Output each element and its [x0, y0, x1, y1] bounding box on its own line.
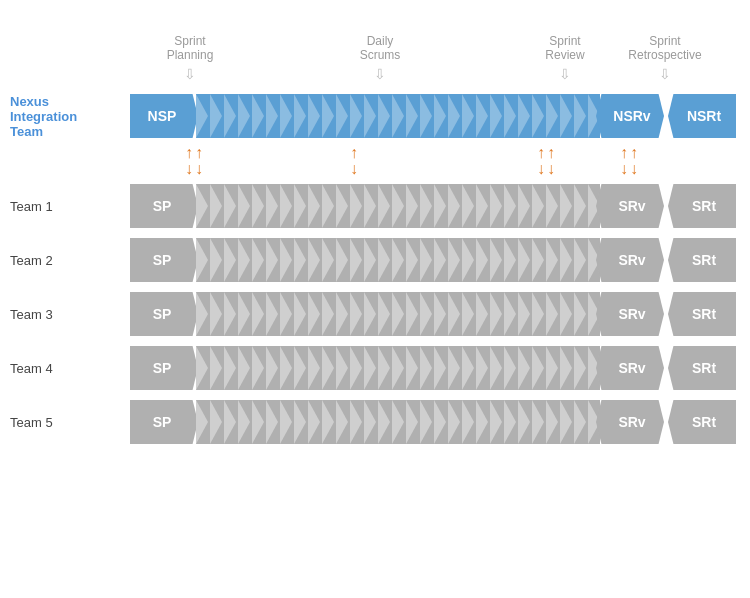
chevron	[252, 346, 264, 390]
chevron	[350, 184, 362, 228]
chevron	[490, 346, 502, 390]
srv-shape-2: SRv	[596, 238, 664, 282]
arrow-updown-1a: ↑ ↓	[185, 145, 193, 177]
sprint-planning-label: Sprint Planning	[167, 34, 214, 62]
team-1-shapes: SP SRv SRt	[130, 180, 740, 232]
chevron	[420, 238, 432, 282]
srt-shape-4: SRt	[668, 346, 736, 390]
header-daily-scrums: Daily Scrums ⇩	[280, 34, 480, 82]
srv-shape-3: SRv	[596, 292, 664, 336]
chevron	[294, 400, 306, 444]
chevron	[322, 238, 334, 282]
chevron	[462, 238, 474, 282]
chevron	[532, 238, 544, 282]
chevron	[532, 346, 544, 390]
chevron	[196, 94, 208, 138]
chevron	[336, 238, 348, 282]
middle-shape-4	[196, 346, 600, 390]
team-label-1: Team 1	[0, 199, 130, 214]
srt-shape-1: SRt	[668, 184, 736, 228]
chevron	[378, 400, 390, 444]
chevron	[462, 94, 474, 138]
chevron	[210, 400, 222, 444]
chevron	[420, 184, 432, 228]
nsrt-label: NSRt	[687, 108, 721, 124]
chevron	[308, 400, 320, 444]
daily-scrums-arrow: ⇩	[374, 66, 386, 82]
chevron	[364, 238, 376, 282]
chevron	[280, 94, 292, 138]
sp-shape-5: SP	[130, 400, 198, 444]
team-label-5: Team 5	[0, 415, 130, 430]
chevron	[574, 346, 586, 390]
team-4-shapes: SP SRv SRt	[130, 342, 740, 394]
chevron	[252, 184, 264, 228]
chevron	[364, 400, 376, 444]
header-sprint-retro: Sprint Retrospective ⇩	[620, 34, 710, 82]
chevron	[434, 400, 446, 444]
daily-scrums-label: Daily Scrums	[360, 34, 401, 62]
team-label-2: Team 2	[0, 253, 130, 268]
team-row-5: Team 5 SP SRv SRt	[0, 396, 740, 448]
header-sprint-review: Sprint Review ⇩	[520, 34, 610, 82]
chevron	[392, 292, 404, 336]
chevron	[574, 292, 586, 336]
chevron	[196, 238, 208, 282]
chevron	[420, 94, 432, 138]
chevron	[210, 346, 222, 390]
chevron	[238, 400, 250, 444]
chevron	[294, 184, 306, 228]
chevron	[532, 94, 544, 138]
chevron	[364, 292, 376, 336]
srv-shape-5: SRv	[596, 400, 664, 444]
chevron	[294, 292, 306, 336]
chevron-pattern-3	[196, 292, 600, 336]
chevron	[476, 238, 488, 282]
sprint-review-label: Sprint Review	[545, 34, 584, 62]
header-row: Sprint Planning ⇩ Daily Scrums ⇩ Sprint …	[0, 10, 740, 90]
nit-label-line1: Nexus	[10, 94, 130, 109]
nit-label-line3: Team	[10, 124, 130, 139]
chevron	[378, 292, 390, 336]
chevron	[560, 346, 572, 390]
chevron	[574, 94, 586, 138]
sprint-review-arrow: ⇩	[559, 66, 571, 82]
nsrv-label: NSRv	[613, 108, 650, 124]
chevron	[252, 400, 264, 444]
chevron	[574, 400, 586, 444]
chevron	[322, 346, 334, 390]
sprint-retro-arrow: ⇩	[659, 66, 671, 82]
chevron	[392, 238, 404, 282]
nsrv-shape: NSRv	[596, 94, 664, 138]
arrow-group-2: ↑ ↓	[350, 145, 358, 177]
chevron	[322, 94, 334, 138]
chevron	[280, 400, 292, 444]
chevron	[224, 346, 236, 390]
arrow-group-3: ↑ ↓ ↑ ↓	[537, 145, 555, 177]
chevron	[434, 346, 446, 390]
nit-label: Nexus Integration Team	[0, 94, 130, 139]
chevron	[406, 400, 418, 444]
chevron	[490, 292, 502, 336]
chevron	[448, 184, 460, 228]
chevron	[238, 238, 250, 282]
nit-chevron-pattern	[196, 94, 600, 138]
chevron	[420, 292, 432, 336]
chevron	[210, 94, 222, 138]
chevron	[476, 184, 488, 228]
chevron	[308, 292, 320, 336]
nit-shapes: NSP	[130, 90, 740, 142]
nsp-shape: NSP	[130, 94, 198, 138]
srt-shape-5: SRt	[668, 400, 736, 444]
arrow-group-4: ↑ ↓ ↑ ↓	[620, 145, 638, 177]
chevron	[518, 184, 530, 228]
chevron	[280, 292, 292, 336]
sprint-retro-label: Sprint Retrospective	[628, 34, 701, 62]
chevron-pattern-4	[196, 346, 600, 390]
team-2-shapes: SP SRv SRt	[130, 234, 740, 286]
chevron	[224, 292, 236, 336]
chevron	[252, 94, 264, 138]
chevron	[476, 94, 488, 138]
chevron	[574, 184, 586, 228]
arrow-updown-2a: ↑ ↓	[350, 145, 358, 177]
